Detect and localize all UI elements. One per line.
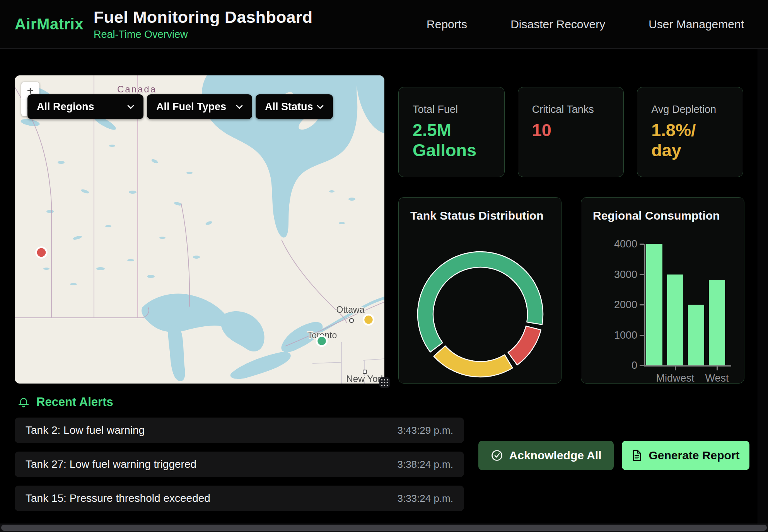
horizontal-scrollbar-track[interactable] bbox=[0, 523, 768, 532]
generate-report-label: Generate Report bbox=[649, 449, 739, 462]
alert-row-tank2[interactable]: Tank 2: Low fuel warning 3:43:29 p.m. bbox=[15, 418, 464, 443]
bar-y-tick-label: 0 bbox=[581, 359, 637, 372]
avg-depletion-value: 1.8%/day bbox=[651, 120, 729, 160]
bar-y-tick-label: 3000 bbox=[581, 268, 637, 281]
chevron-down-icon bbox=[236, 104, 243, 109]
tank-status-chart-title: Tank Status Distribution bbox=[410, 209, 543, 222]
page-subtitle: Real-Time Overview bbox=[94, 29, 312, 41]
critical-tanks-label: Critical Tanks bbox=[532, 104, 610, 116]
map-label-new-york: New York bbox=[346, 373, 384, 384]
bar-x-axis bbox=[644, 365, 731, 367]
alert-time: 3:33:24 p.m. bbox=[397, 493, 453, 505]
alert-time: 3:38:24 p.m. bbox=[397, 459, 453, 471]
nav-reports[interactable]: Reports bbox=[427, 18, 467, 31]
alert-text: Tank 2: Low fuel warning bbox=[26, 424, 145, 437]
critical-tanks-value: 10 bbox=[532, 120, 610, 140]
total-fuel-value: 2.5MGallons bbox=[413, 120, 490, 160]
acknowledge-all-label: Acknowledge All bbox=[509, 449, 602, 462]
map-canvas: Canada Ottawa Toronto New York bbox=[15, 75, 384, 384]
alert-time: 3:43:29 p.m. bbox=[397, 425, 453, 437]
report-document-icon bbox=[631, 449, 642, 462]
total-fuel-card: Total Fuel 2.5MGallons bbox=[398, 87, 505, 177]
bar-y-tick-label: 2000 bbox=[581, 298, 637, 311]
drag-dots-icon bbox=[381, 379, 389, 387]
alert-row-tank15[interactable]: Tank 15: Pressure threshold exceeded 3:3… bbox=[15, 486, 464, 511]
status-filter-label: All Status bbox=[265, 101, 313, 113]
generate-report-button[interactable]: Generate Report bbox=[622, 441, 749, 470]
bar-2 bbox=[688, 305, 704, 365]
fuel-type-filter-dropdown[interactable]: All Fuel Types bbox=[147, 94, 252, 119]
alert-row-tank27[interactable]: Tank 27: Low fuel warning triggered 3:38… bbox=[15, 452, 464, 477]
critical-tank-marker[interactable] bbox=[36, 247, 47, 258]
bar-x-tick bbox=[675, 367, 676, 370]
bell-icon bbox=[17, 396, 30, 409]
stat-cards: Total Fuel 2.5MGallons Critical Tanks 10… bbox=[398, 87, 743, 177]
recent-alerts-header: Recent Alerts bbox=[17, 395, 113, 409]
bar-0 bbox=[646, 244, 662, 365]
regional-consumption-chart-card: 01000200030004000MidwestWest Regional Co… bbox=[581, 197, 744, 384]
bar-y-tick bbox=[640, 335, 644, 336]
bar-y-tick-label: 4000 bbox=[581, 238, 637, 250]
vertical-scrollbar[interactable] bbox=[757, 49, 768, 523]
check-circle-icon bbox=[491, 449, 503, 462]
bar-y-tick bbox=[640, 365, 644, 366]
map-label-canada: Canada bbox=[117, 84, 157, 94]
bar-y-tick bbox=[640, 244, 644, 245]
regional-consumption-chart-title: Regional Consumption bbox=[593, 209, 720, 222]
alert-text: Tank 15: Pressure threshold exceeded bbox=[26, 492, 210, 505]
main-nav: Reports Disaster Recovery User Managemen… bbox=[427, 18, 768, 31]
horizontal-scrollbar-thumb[interactable] bbox=[1, 525, 767, 531]
bar-3 bbox=[709, 280, 725, 365]
avg-depletion-label: Avg Depletion bbox=[651, 104, 729, 116]
region-filter-dropdown[interactable]: All Regions bbox=[27, 94, 143, 119]
map-resize-handle[interactable] bbox=[379, 377, 390, 388]
acknowledge-all-button[interactable]: Acknowledge All bbox=[478, 441, 614, 470]
region-filter-label: All Regions bbox=[37, 101, 94, 113]
bar-x-label: West bbox=[688, 372, 746, 384]
avg-depletion-card: Avg Depletion 1.8%/day bbox=[637, 87, 743, 177]
bar-y-tick bbox=[640, 274, 644, 275]
donut-segment-warning bbox=[434, 346, 513, 377]
app-logo: AirMatrix bbox=[15, 15, 84, 33]
bar-y-axis bbox=[644, 244, 645, 367]
fuel-type-filter-label: All Fuel Types bbox=[156, 101, 226, 113]
fuel-map[interactable]: Canada Ottawa Toronto New York + − All R… bbox=[15, 75, 384, 384]
nav-user-management[interactable]: User Management bbox=[649, 18, 744, 31]
ottawa-town-dot bbox=[350, 319, 353, 322]
status-filter-dropdown[interactable]: All Status bbox=[256, 94, 333, 119]
nav-disaster-recovery[interactable]: Disaster Recovery bbox=[510, 18, 605, 31]
total-fuel-label: Total Fuel bbox=[413, 104, 490, 116]
tank-status-donut-chart bbox=[399, 198, 562, 384]
alert-text: Tank 27: Low fuel warning triggered bbox=[26, 458, 196, 471]
map-filters: All Regions All Fuel Types All Status bbox=[27, 94, 333, 119]
recent-alerts-title: Recent Alerts bbox=[36, 395, 113, 409]
tank-status-chart-card: Tank Status Distribution bbox=[398, 197, 561, 384]
critical-tanks-card: Critical Tanks 10 bbox=[518, 87, 624, 177]
page-title: Fuel Monitoring Dashboard bbox=[94, 8, 312, 27]
bar-1 bbox=[667, 275, 683, 366]
bar-y-tick-label: 1000 bbox=[581, 329, 637, 341]
normal-tank-marker[interactable] bbox=[317, 336, 327, 346]
bar-y-tick bbox=[640, 304, 644, 305]
chevron-down-icon bbox=[317, 104, 324, 109]
new-york-town-square bbox=[363, 370, 367, 373]
title-block: Fuel Monitoring Dashboard Real-Time Over… bbox=[94, 8, 312, 41]
bar-x-tick bbox=[717, 367, 718, 370]
donut-segment-critical bbox=[508, 326, 541, 365]
regional-consumption-bar-chart: 01000200030004000MidwestWest bbox=[581, 198, 745, 384]
map-label-ottawa: Ottawa bbox=[336, 305, 365, 315]
chevron-down-icon bbox=[127, 104, 134, 109]
app-header: AirMatrix Fuel Monitoring Dashboard Real… bbox=[0, 0, 768, 49]
warning-tank-marker[interactable] bbox=[364, 315, 374, 325]
